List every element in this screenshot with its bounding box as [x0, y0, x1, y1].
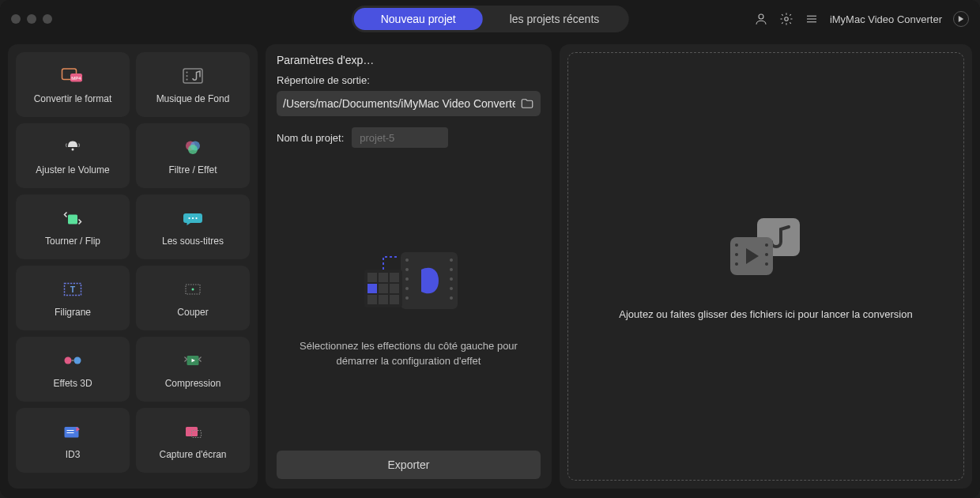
- svg-point-42: [450, 268, 453, 271]
- svg-rect-49: [390, 273, 399, 282]
- svg-point-38: [405, 277, 409, 281]
- menu-icon[interactable]: [805, 12, 819, 26]
- svg-marker-5: [959, 16, 963, 22]
- svg-point-13: [72, 149, 74, 151]
- effects-grid: MP4 Convertir le format Musique de Fond …: [16, 52, 250, 473]
- svg-point-43: [450, 277, 453, 281]
- tile-3d-effects[interactable]: Effets 3D: [16, 337, 130, 402]
- effects-sidebar: MP4 Convertir le format Musique de Fond …: [8, 44, 258, 489]
- top-right-controls: iMyMac Video Converter: [754, 11, 969, 27]
- gear-icon[interactable]: [779, 12, 793, 26]
- svg-point-16: [188, 145, 198, 154]
- music-icon: [179, 65, 207, 87]
- export-settings-panel: Paramètres d'exp… Répertoire de sortie: …: [266, 44, 552, 489]
- svg-point-44: [450, 287, 453, 290]
- tile-adjust-volume[interactable]: Ajuster le Volume: [16, 123, 130, 188]
- output-dir-label: Répertoire de sortie:: [277, 74, 541, 86]
- svg-point-10: [186, 75, 187, 77]
- close-window-icon[interactable]: [11, 14, 21, 24]
- watermark-icon: T: [58, 278, 87, 300]
- svg-point-26: [74, 357, 81, 364]
- tile-subtitles[interactable]: Les sous-titres: [136, 194, 250, 259]
- project-name-input[interactable]: [352, 127, 448, 148]
- output-dir-field[interactable]: /Users/mac/Documents/iMyMac Video Conver…: [277, 91, 541, 116]
- project-name-row: Nom du projet:: [277, 127, 541, 148]
- export-button[interactable]: Exporter: [277, 451, 541, 479]
- svg-point-1: [785, 17, 789, 21]
- tile-background-music[interactable]: Musique de Fond: [136, 52, 250, 117]
- svg-point-58: [735, 243, 738, 247]
- svg-rect-54: [379, 295, 388, 304]
- svg-rect-17: [68, 215, 77, 224]
- tile-label: Compression: [165, 378, 221, 389]
- preview-illustration-icon: [345, 238, 472, 325]
- account-icon[interactable]: [754, 12, 768, 26]
- svg-point-63: [765, 262, 768, 266]
- svg-point-19: [192, 217, 194, 219]
- svg-rect-55: [390, 295, 399, 304]
- svg-point-39: [405, 287, 409, 290]
- top-tabs: Nouveau projet les projets récents: [352, 6, 629, 32]
- output-dir-value: /Users/mac/Documents/iMyMac Video Conver…: [283, 97, 515, 110]
- window-controls: [11, 14, 52, 24]
- main-content: MP4 Convertir le format Musique de Fond …: [0, 38, 980, 498]
- svg-rect-47: [368, 273, 377, 282]
- svg-point-18: [188, 217, 190, 219]
- tile-watermark[interactable]: T Filigrane: [16, 266, 130, 330]
- svg-point-20: [195, 217, 197, 219]
- tile-cut[interactable]: Couper: [136, 266, 250, 330]
- tile-convert-format[interactable]: MP4 Convertir le format: [16, 52, 130, 117]
- tile-label: Filigrane: [55, 307, 91, 318]
- svg-point-0: [759, 14, 763, 19]
- rotate-icon: [58, 207, 87, 229]
- svg-point-60: [735, 262, 738, 266]
- svg-rect-52: [390, 284, 399, 293]
- tile-compression[interactable]: Compression: [136, 337, 250, 402]
- tile-screenshot[interactable]: Capture d'écran: [136, 408, 250, 473]
- screenshot-icon: [179, 421, 207, 443]
- folder-open-icon[interactable]: [520, 96, 534, 111]
- tile-id3[interactable]: ID3: [16, 408, 130, 473]
- subtitles-icon: [179, 207, 207, 229]
- svg-point-40: [405, 296, 409, 300]
- panel-title: Paramètres d'exp…: [277, 54, 541, 66]
- svg-point-37: [405, 268, 409, 271]
- tile-filter-effect[interactable]: Filtre / Effet: [136, 123, 250, 188]
- tab-recent-projects[interactable]: les projets récents: [483, 8, 627, 30]
- titlebar: Nouveau projet les projets récents iMyMa…: [0, 0, 980, 38]
- dropzone-illustration-icon: [722, 213, 809, 285]
- preview-text: Sélectionnez les effections du côté gauc…: [298, 339, 519, 368]
- project-name-label: Nom du projet:: [277, 132, 344, 144]
- dropzone-text: Ajoutez ou faites glisser des fichiers i…: [619, 308, 912, 320]
- cut-icon: [179, 278, 207, 300]
- tile-label: Tourner / Flip: [45, 236, 100, 247]
- tab-new-project[interactable]: Nouveau projet: [354, 8, 483, 30]
- svg-point-61: [765, 243, 768, 247]
- svg-point-62: [765, 253, 768, 256]
- svg-rect-53: [368, 295, 377, 304]
- svg-rect-51: [379, 284, 388, 293]
- svg-point-12: [186, 78, 187, 80]
- tile-label: Musique de Fond: [156, 93, 230, 104]
- play-icon[interactable]: [953, 11, 969, 27]
- tile-label: Capture d'écran: [159, 449, 226, 460]
- svg-point-59: [735, 253, 738, 256]
- svg-point-36: [405, 258, 409, 262]
- zoom-window-icon[interactable]: [43, 14, 52, 24]
- convert-format-icon: MP4: [58, 65, 87, 87]
- svg-rect-48: [379, 273, 388, 282]
- svg-point-24: [192, 289, 194, 291]
- tile-rotate-flip[interactable]: Tourner / Flip: [16, 194, 130, 259]
- minimize-window-icon[interactable]: [27, 14, 36, 24]
- volume-bell-icon: [58, 136, 87, 158]
- filter-icon: [179, 136, 207, 158]
- tile-label: Couper: [177, 307, 208, 318]
- file-dropzone[interactable]: Ajoutez ou faites glisser des fichiers i…: [560, 44, 972, 489]
- app-title: iMyMac Video Converter: [830, 13, 942, 25]
- tile-label: Ajuster le Volume: [36, 164, 109, 175]
- svg-text:T: T: [70, 285, 76, 294]
- tile-label: Filtre / Effet: [168, 164, 217, 175]
- compression-icon: [179, 349, 207, 372]
- tile-label: Effets 3D: [53, 378, 92, 389]
- effect-preview-area: Sélectionnez les effections du côté gauc…: [277, 156, 541, 451]
